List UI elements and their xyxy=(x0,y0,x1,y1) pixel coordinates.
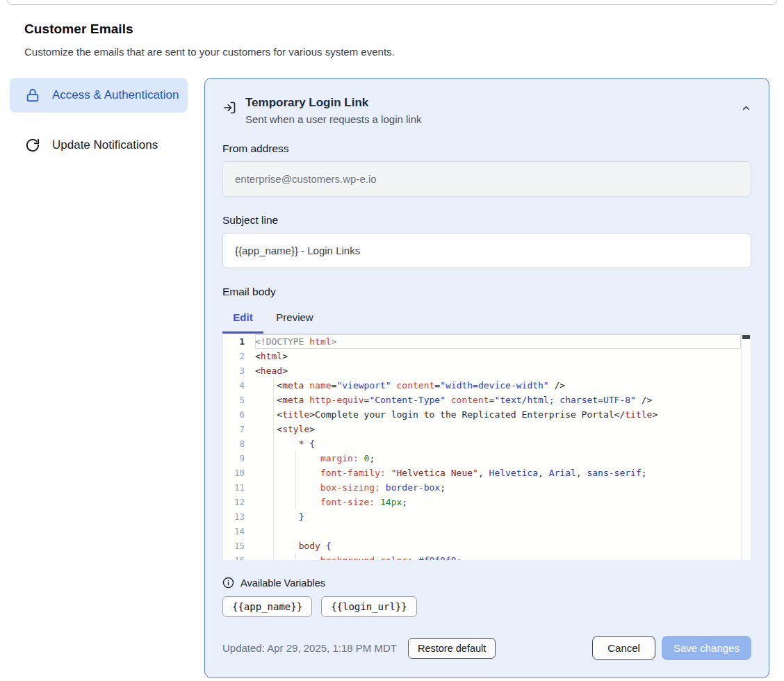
code-line[interactable]: 3<head> xyxy=(223,363,741,378)
code-line[interactable]: 16 background-color: #f8f8f8; xyxy=(223,553,741,560)
line-content: font-family: "Helvetica Neue", Helvetica… xyxy=(255,466,741,480)
line-content: body { xyxy=(255,539,741,553)
info-icon xyxy=(222,577,234,589)
variable-chips: {{app_name}} {{login_url}} xyxy=(222,596,751,617)
line-content: <style> xyxy=(255,422,741,436)
line-content: * { xyxy=(255,436,741,451)
line-content: <!DOCTYPE html> xyxy=(255,334,741,349)
line-number: 10 xyxy=(223,466,255,480)
line-content: font-size: 14px; xyxy=(255,495,741,509)
page-header: Customer Emails Customize the emails tha… xyxy=(24,22,760,58)
subject-line-label: Subject line xyxy=(222,214,751,227)
indent-guide xyxy=(273,393,274,407)
restore-default-button[interactable]: Restore default xyxy=(408,638,496,659)
line-content: <html> xyxy=(255,349,741,363)
code-line[interactable]: 5 <meta http-equiv="Content-Type" conten… xyxy=(223,393,741,407)
indent-guide xyxy=(273,422,274,436)
line-number: 12 xyxy=(223,495,255,509)
subject-line-input[interactable] xyxy=(222,233,751,268)
save-changes-button[interactable]: Save changes xyxy=(662,636,751,660)
line-content: <head> xyxy=(255,363,741,378)
line-number: 5 xyxy=(223,393,255,407)
sidebar-item-access-authentication[interactable]: Access & Authentication xyxy=(10,78,188,113)
code-line[interactable]: 4 <meta name="viewport" content="width=d… xyxy=(223,378,741,393)
sidebar-item-label: Access & Authentication xyxy=(52,88,179,102)
editor-scrollbar-thumb[interactable] xyxy=(742,335,750,339)
code-line[interactable]: 13 } xyxy=(223,509,741,524)
previous-card-bottom-edge xyxy=(7,0,777,5)
indent-guide xyxy=(273,451,274,466)
footer-actions: Cancel Save changes xyxy=(592,636,751,660)
indent-guide xyxy=(295,466,296,480)
chevron-up-icon[interactable] xyxy=(741,103,751,113)
from-address-input[interactable] xyxy=(222,161,751,197)
indent-guide xyxy=(273,539,274,553)
available-variables-label: Available Variables xyxy=(240,577,325,589)
panel-footer: Updated: Apr 29, 2025, 1:18 PM MDT Resto… xyxy=(222,636,751,660)
line-number: 1 xyxy=(223,334,255,349)
code-line[interactable]: 15 body { xyxy=(223,539,741,553)
sidebar: Access & Authentication Update Notificat… xyxy=(10,78,188,163)
email-body-tabs: Edit Preview xyxy=(222,304,751,334)
line-content: } xyxy=(255,509,741,524)
line-number: 11 xyxy=(223,480,255,495)
tab-edit[interactable]: Edit xyxy=(222,304,263,334)
code-line[interactable]: 1<!DOCTYPE html> xyxy=(223,334,741,349)
line-number: 15 xyxy=(223,539,255,553)
cancel-button[interactable]: Cancel xyxy=(592,636,655,660)
code-line[interactable]: 14 xyxy=(223,524,741,539)
editor-scrollbar[interactable] xyxy=(741,334,751,560)
line-number: 16 xyxy=(223,553,255,560)
line-content: box-sizing: border-box; xyxy=(255,480,741,495)
indent-guide xyxy=(273,466,274,480)
code-line[interactable]: 12 font-size: 14px; xyxy=(223,495,741,509)
panel-header: Temporary Login Link Sent when a user re… xyxy=(222,96,751,125)
panel-subtitle: Sent when a user requests a login link xyxy=(245,113,421,125)
content-area: Access & Authentication Update Notificat… xyxy=(10,78,769,678)
code-line[interactable]: 7 <style> xyxy=(223,422,741,436)
indent-guide xyxy=(273,436,274,451)
code-line[interactable]: 6 <title>Complete your login to the Repl… xyxy=(223,407,741,422)
line-number: 13 xyxy=(223,509,255,524)
available-variables-header: Available Variables xyxy=(222,577,751,589)
line-number: 6 xyxy=(223,407,255,422)
line-content: background-color: #f8f8f8; xyxy=(255,553,741,560)
indent-guide xyxy=(273,509,274,524)
line-content xyxy=(255,524,741,539)
email-body-label: Email body xyxy=(222,286,751,298)
indent-guide xyxy=(273,407,274,422)
refresh-icon xyxy=(25,138,40,153)
code-lines: 1<!DOCTYPE html>2<html>3<head>4 <meta na… xyxy=(223,334,741,560)
temporary-login-link-panel: Temporary Login Link Sent when a user re… xyxy=(204,78,769,678)
code-line[interactable]: 8 * { xyxy=(223,436,741,451)
indent-guide xyxy=(295,451,296,466)
code-line[interactable]: 11 box-sizing: border-box; xyxy=(223,480,741,495)
code-line[interactable]: 10 font-family: "Helvetica Neue", Helvet… xyxy=(223,466,741,480)
updated-timestamp: Updated: Apr 29, 2025, 1:18 PM MDT xyxy=(222,642,397,654)
indent-guide xyxy=(273,378,274,393)
line-number: 9 xyxy=(223,451,255,466)
line-number: 4 xyxy=(223,378,255,393)
code-line[interactable]: 9 margin: 0; xyxy=(223,451,741,466)
indent-guide xyxy=(295,495,296,509)
log-in-icon xyxy=(222,101,236,115)
tab-preview[interactable]: Preview xyxy=(263,304,326,334)
line-content: <meta name="viewport" content="width=dev… xyxy=(255,378,741,393)
variable-chip-login-url[interactable]: {{login_url}} xyxy=(321,596,417,617)
indent-guide xyxy=(273,495,274,509)
line-content: margin: 0; xyxy=(255,451,741,466)
from-address-label: From address xyxy=(222,142,751,155)
code-editor[interactable]: 1<!DOCTYPE html>2<html>3<head>4 <meta na… xyxy=(222,334,751,560)
line-number: 14 xyxy=(223,524,255,539)
indent-guide xyxy=(273,480,274,495)
line-number: 7 xyxy=(223,422,255,436)
indent-guide xyxy=(295,480,296,495)
page-description: Customize the emails that are sent to yo… xyxy=(24,46,760,58)
sidebar-item-update-notifications[interactable]: Update Notifications xyxy=(10,128,188,163)
variable-chip-app-name[interactable]: {{app_name}} xyxy=(222,596,312,617)
line-content: <title>Complete your login to the Replic… xyxy=(255,407,741,422)
indent-guide xyxy=(295,553,296,560)
code-line[interactable]: 2<html> xyxy=(223,349,741,363)
page-title: Customer Emails xyxy=(24,22,760,37)
panel-titles: Temporary Login Link Sent when a user re… xyxy=(245,96,421,125)
